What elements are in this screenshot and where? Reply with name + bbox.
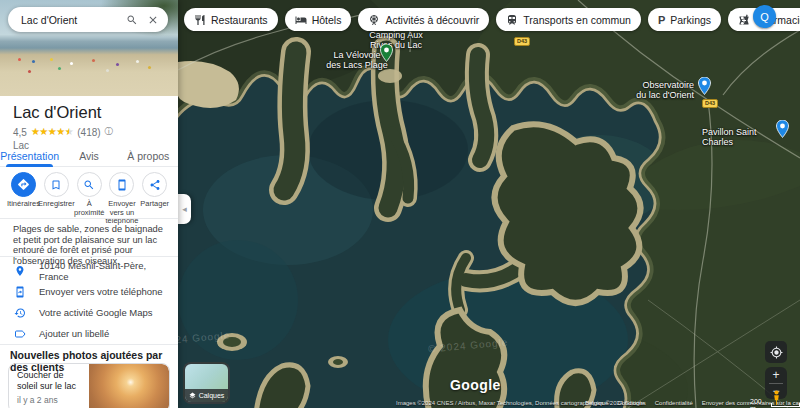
- clear-search-icon[interactable]: [147, 14, 159, 26]
- address-row[interactable]: 10140 Mesnil-Saint-Père, France: [0, 260, 178, 281]
- category-chips-bar: Restaurants Hôtels Activités à découvrir…: [184, 8, 800, 31]
- directions-icon: [17, 178, 30, 191]
- review-count[interactable]: (418): [77, 127, 100, 138]
- rating-value: 4,5: [13, 127, 27, 138]
- rating-row[interactable]: 4,5 ★★★★★★★★★★ (418) ⓘ: [13, 126, 113, 138]
- photo-card-title: Coucher de soleil sur le lac: [17, 370, 85, 391]
- bookmark-icon: [50, 179, 62, 191]
- info-icon[interactable]: ⓘ: [105, 126, 114, 138]
- chip-parkings[interactable]: P Parkings: [648, 8, 721, 31]
- photo-card[interactable]: Coucher de soleil sur le lac il y a 2 an…: [8, 363, 170, 408]
- add-label-text: Ajouter un libellé: [39, 328, 109, 339]
- search-input[interactable]: [8, 14, 126, 26]
- scale-label: 200 m: [750, 398, 767, 408]
- place-title: Lac d'Orient: [13, 103, 101, 122]
- restaurant-icon: [194, 14, 206, 26]
- place-pin-icon: [14, 265, 26, 277]
- layers-button-label: Calques: [199, 392, 225, 399]
- place-tabs: Présentation Avis À propos: [0, 147, 178, 167]
- my-location-button[interactable]: [765, 341, 787, 363]
- smartphone-icon: [116, 179, 128, 191]
- chip-label: Parkings: [670, 14, 711, 26]
- layers-icon: [189, 392, 196, 399]
- google-logo: Google: [450, 377, 501, 393]
- pegman-icon[interactable]: [771, 390, 782, 408]
- divider: [0, 256, 178, 257]
- star-rating: ★★★★★★★★★★: [31, 127, 73, 137]
- chip-label: Restaurants: [211, 14, 268, 26]
- search-icon[interactable]: [126, 14, 138, 26]
- footer-link-region[interactable]: Belgique: [585, 400, 608, 406]
- history-icon: [14, 307, 26, 319]
- road-badge: D43: [514, 37, 530, 46]
- divider: [0, 344, 178, 345]
- sunset-photo[interactable]: [89, 364, 169, 408]
- share-icon: [149, 179, 161, 191]
- zoom-in-button[interactable]: +: [765, 367, 787, 383]
- footer-link-terms[interactable]: Conditions: [617, 400, 645, 406]
- map-label-pavillon[interactable]: Pavillon Saint Charles: [702, 127, 778, 147]
- tab-a-propos[interactable]: À propos: [119, 147, 178, 166]
- add-label-row[interactable]: Ajouter un libellé: [0, 323, 178, 344]
- tab-avis[interactable]: Avis: [59, 147, 118, 166]
- activity-row[interactable]: Votre activité Google Maps: [0, 302, 178, 323]
- search-nearby-icon: [83, 179, 95, 191]
- chip-activities[interactable]: Activités à découvrir: [358, 8, 489, 31]
- chip-hotels[interactable]: Hôtels: [285, 8, 352, 31]
- send-to-phone-row[interactable]: Envoyer vers votre téléphone: [0, 281, 178, 302]
- place-panel: Lac d'Orient 4,5 ★★★★★★★★★★ (418) ⓘ Lac …: [0, 0, 178, 408]
- send-to-phone-text: Envoyer vers votre téléphone: [39, 286, 163, 297]
- hotel-icon: [295, 14, 307, 26]
- divider: [0, 218, 178, 219]
- layers-button[interactable]: Calques: [183, 362, 230, 404]
- chip-transit[interactable]: Transports en commun: [496, 8, 641, 31]
- footer-link-privacy[interactable]: Confidentialité: [655, 400, 693, 406]
- my-location-icon: [770, 346, 783, 359]
- chip-label: Hôtels: [312, 14, 342, 26]
- chip-label: Transports en commun: [523, 14, 631, 26]
- tab-presentation[interactable]: Présentation: [0, 147, 59, 166]
- chip-label: Activités à découvrir: [385, 14, 479, 26]
- place-details-list: 10140 Mesnil-Saint-Père, France Envoyer …: [0, 260, 178, 344]
- google-apps-icon[interactable]: [729, 10, 745, 30]
- label-icon: [14, 328, 26, 340]
- road-badge: D43: [702, 99, 718, 108]
- beach-pin-icon[interactable]: [380, 44, 393, 66]
- account-avatar[interactable]: Q: [753, 5, 776, 28]
- attractions-icon: [368, 14, 380, 26]
- panel-collapse-button[interactable]: ◂: [178, 194, 191, 224]
- transit-icon: [506, 14, 518, 26]
- chip-restaurants[interactable]: Restaurants: [184, 8, 278, 31]
- search-box: [8, 7, 168, 32]
- beach-people-dots: [18, 58, 21, 61]
- observatory-pin-icon[interactable]: [698, 77, 711, 99]
- address-text: 10140 Mesnil-Saint-Père, France: [39, 260, 178, 282]
- parking-icon: P: [658, 14, 665, 26]
- photo-card-age: il y a 2 ans: [17, 395, 85, 405]
- activity-text: Votre activité Google Maps: [39, 307, 153, 318]
- map-label-observatoire[interactable]: Observatoire du lac d'Orient: [624, 80, 694, 100]
- pavillon-pin-icon[interactable]: [776, 120, 789, 142]
- mobile-share-icon: [14, 286, 26, 298]
- chevron-left-icon: ◂: [182, 204, 187, 214]
